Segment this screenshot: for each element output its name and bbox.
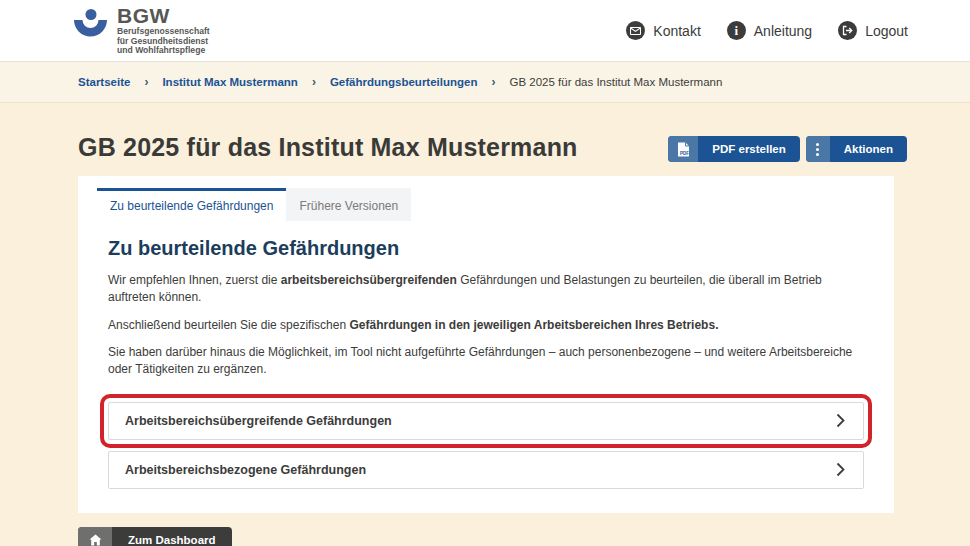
page-title: GB 2025 für das Institut Max Mustermann	[78, 133, 578, 162]
dashboard-button-label: Zum Dashboard	[112, 527, 232, 546]
list-item-arbeitsbereichsbezogene-gefaehrdungen[interactable]: Arbeitsbereichsbezogene Gefährdungen	[108, 451, 864, 489]
intro-paragraph-3: Sie haben darüber hinaus die Möglichkeit…	[108, 344, 864, 378]
nav-label: Anleitung	[754, 23, 812, 39]
list-item-label: Arbeitsbereichsbezogene Gefährdungen	[125, 463, 366, 477]
app-header: BGW Berufsgenossenschaft für Gesundheits…	[0, 0, 970, 62]
breadcrumb-current: GB 2025 für das Institut Max Mustermann	[509, 76, 722, 88]
breadcrumb-separator: ›	[144, 75, 148, 89]
logout-icon	[838, 21, 857, 40]
action-buttons: PDF PDF erstellen Aktionen	[668, 136, 907, 162]
home-icon	[78, 527, 112, 546]
intro-paragraph-2: Anschließend beurteilen Sie die spezifis…	[108, 317, 864, 334]
envelope-icon	[626, 21, 645, 40]
kebab-menu-icon	[806, 136, 830, 162]
gefaehrdungen-card: Zu beurteilende Gefährdungen Frühere Ver…	[78, 176, 894, 513]
bgw-logo-icon	[72, 8, 108, 38]
top-nav: Kontakt i Anleitung Logout	[626, 21, 908, 40]
pdf-erstellen-button[interactable]: PDF PDF erstellen	[668, 136, 800, 162]
info-icon: i	[727, 21, 746, 40]
tab-label: Frühere Versionen	[299, 199, 398, 213]
nav-item-kontakt[interactable]: Kontakt	[626, 21, 700, 40]
chevron-right-icon	[836, 462, 845, 477]
logo-name: BGW	[117, 5, 210, 27]
tab-fruehere-versionen[interactable]: Frühere Versionen	[286, 188, 411, 221]
title-row: GB 2025 für das Institut Max Mustermann …	[0, 103, 970, 162]
breadcrumb-link-gefaehrdungsbeurteilungen[interactable]: Gefährdungsbeurteilungen	[330, 76, 478, 88]
breadcrumb: Startseite › Institut Max Mustermann › G…	[0, 62, 970, 103]
nav-label: Logout	[865, 23, 908, 39]
aktionen-button-label: Aktionen	[830, 136, 907, 162]
tab-label: Zu beurteilende Gefährdungen	[110, 199, 273, 213]
tab-panel: Zu beurteilende Gefährdungen Wir empfehl…	[78, 221, 894, 489]
nav-label: Kontakt	[653, 23, 700, 39]
pdf-file-icon: PDF	[668, 136, 698, 162]
breadcrumb-separator: ›	[312, 75, 316, 89]
breadcrumb-link-startseite[interactable]: Startseite	[78, 76, 130, 88]
aktionen-button[interactable]: Aktionen	[806, 136, 907, 162]
logo-subtitle-line: und Wohlfahrtspflege	[117, 46, 210, 56]
list-item-arbeitsbereichsuebergreifende-gefaehrdungen[interactable]: Arbeitsbereichsübergreifende Gefährdunge…	[108, 402, 864, 440]
pdf-button-label: PDF erstellen	[698, 136, 800, 162]
breadcrumb-separator: ›	[491, 75, 495, 89]
breadcrumb-link-institut[interactable]: Institut Max Mustermann	[162, 76, 297, 88]
tab-zu-beurteilende-gefaehrdungen[interactable]: Zu beurteilende Gefährdungen	[97, 188, 286, 221]
bgw-logo[interactable]: BGW Berufsgenossenschaft für Gesundheits…	[72, 5, 210, 56]
svg-text:PDF: PDF	[680, 150, 689, 155]
section-heading: Zu beurteilende Gefährdungen	[108, 237, 864, 260]
list-item-label: Arbeitsbereichsübergreifende Gefährdunge…	[125, 414, 392, 428]
gefaehrdungen-list: Arbeitsbereichsübergreifende Gefährdunge…	[108, 402, 864, 489]
zum-dashboard-button[interactable]: Zum Dashboard	[78, 527, 232, 546]
chevron-right-icon	[836, 413, 845, 428]
nav-item-anleitung[interactable]: i Anleitung	[727, 21, 812, 40]
nav-item-logout[interactable]: Logout	[838, 21, 908, 40]
intro-paragraph-1: Wir empfehlen Ihnen, zuerst die arbeitsb…	[108, 272, 864, 306]
tab-bar: Zu beurteilende Gefährdungen Frühere Ver…	[97, 188, 894, 221]
